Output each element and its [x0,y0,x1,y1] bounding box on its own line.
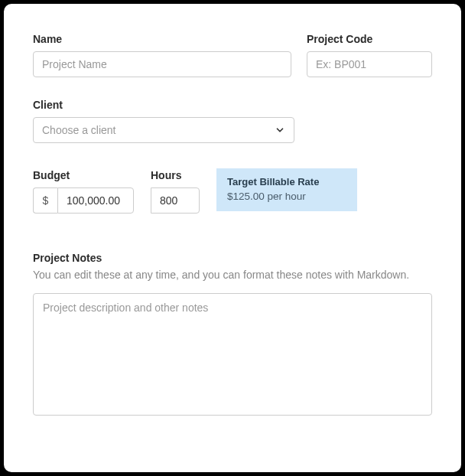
project-code-label: Project Code [307,33,432,45]
hours-field: Hours [151,169,200,214]
budget-label: Budget [33,169,134,181]
notes-label: Project Notes [33,252,432,264]
hours-input[interactable] [151,187,200,214]
name-label: Name [33,33,291,45]
project-form: Name Project Code Client Budget $ Hours [4,4,461,472]
budget-field: Budget $ [33,169,134,214]
client-label: Client [33,99,432,111]
project-code-input[interactable] [307,51,432,77]
target-rate-box: Target Billable Rate $125.00 per hour [216,168,357,211]
client-field: Client [33,99,432,143]
hours-label: Hours [151,169,200,181]
name-input[interactable] [33,51,291,77]
budget-input[interactable] [57,187,134,214]
notes-section: Project Notes You can edit these at any … [33,252,432,419]
notes-textarea[interactable] [33,293,432,416]
currency-symbol: $ [33,187,57,214]
notes-help-text: You can edit these at any time, and you … [33,269,432,281]
client-select[interactable] [33,117,294,143]
name-field: Name [33,33,291,77]
project-code-field: Project Code [307,33,432,77]
target-rate-title: Target Billable Rate [227,176,346,187]
target-rate-value: $125.00 per hour [227,191,346,202]
